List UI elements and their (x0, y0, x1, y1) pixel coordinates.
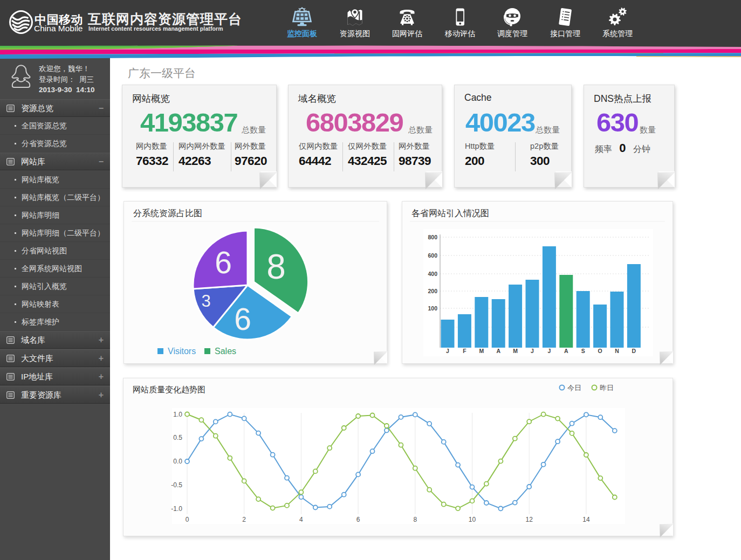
svg-text:8: 8 (266, 247, 286, 286)
svg-text:A: A (564, 348, 568, 354)
svg-text:800: 800 (428, 234, 437, 240)
svg-text:-0.5: -0.5 (171, 481, 182, 489)
svg-text:2: 2 (242, 516, 246, 523)
svg-text:14: 14 (582, 516, 590, 523)
svg-text:0.5: 0.5 (173, 434, 182, 441)
svg-text:Visitors: Visitors (168, 347, 196, 356)
svg-text:4: 4 (299, 516, 303, 523)
svg-text:S: S (581, 348, 585, 354)
svg-text:F: F (463, 348, 466, 354)
svg-text:D: D (632, 348, 636, 354)
svg-text:100: 100 (428, 305, 437, 312)
svg-text:O: O (598, 348, 602, 354)
svg-text:400: 400 (428, 271, 437, 277)
svg-text:0.0: 0.0 (173, 458, 182, 465)
svg-text:昨日: 昨日 (600, 384, 614, 392)
svg-text:6: 6 (234, 302, 251, 336)
svg-text:J: J (446, 348, 449, 354)
svg-text:200: 200 (428, 288, 437, 294)
svg-text:0: 0 (186, 516, 189, 523)
svg-text:1.0: 1.0 (173, 411, 182, 418)
svg-text:J: J (531, 348, 534, 354)
svg-text:Sales: Sales (215, 347, 236, 356)
svg-text:M: M (513, 348, 518, 354)
svg-text:M: M (479, 348, 484, 354)
svg-text:600: 600 (428, 252, 437, 259)
svg-text:J: J (547, 348, 551, 354)
svg-text:6: 6 (356, 516, 360, 523)
svg-text:6: 6 (215, 245, 232, 280)
svg-text:8: 8 (413, 516, 417, 523)
svg-text:12: 12 (526, 516, 533, 523)
svg-text:3: 3 (201, 292, 210, 310)
svg-text:10: 10 (469, 516, 476, 523)
svg-text:A: A (496, 348, 500, 354)
svg-text:今日: 今日 (567, 384, 581, 392)
svg-text:N: N (615, 348, 619, 354)
svg-text:-1.0: -1.0 (171, 505, 182, 513)
